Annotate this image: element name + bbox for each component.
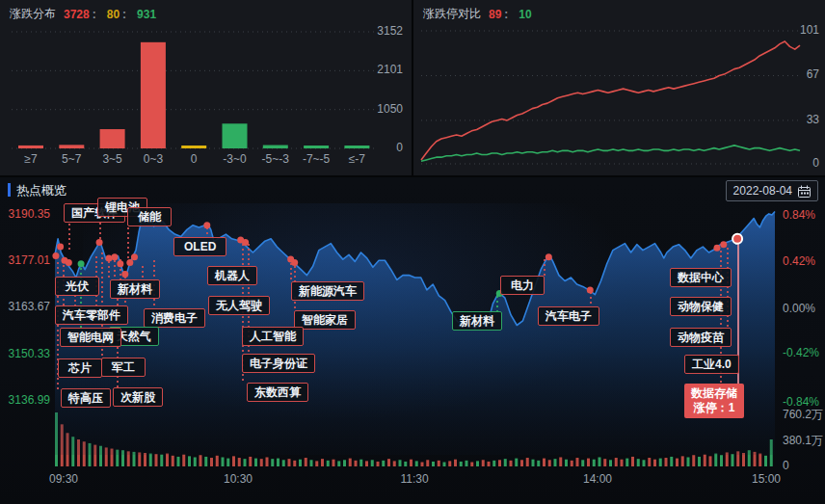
sector-tag[interactable]: 新材料 <box>452 311 502 331</box>
sector-tag[interactable]: 汽车零部件 <box>55 305 128 325</box>
sector-tag[interactable]: 数据中心 <box>670 268 732 287</box>
sector-tag[interactable]: 消费电子 <box>144 308 205 328</box>
sector-tag[interactable]: 汽车电子 <box>538 306 599 326</box>
time-tick: 10:30 <box>215 472 261 486</box>
y-tick: 101 <box>761 23 819 37</box>
y-tick: 33 <box>761 113 819 126</box>
date-picker[interactable]: 2022-08-04 <box>726 180 818 201</box>
pct-tick: -0.42% <box>783 346 825 359</box>
calendar-icon[interactable] <box>798 185 811 198</box>
hotspot-header: 热点概览 2022-08-04 <box>0 177 825 202</box>
x-tick: ≤-7 <box>336 152 377 166</box>
sector-tag[interactable]: 电力 <box>500 276 545 295</box>
date-value: 2022-08-04 <box>733 184 792 198</box>
sector-tag[interactable]: 新能源汽车 <box>291 281 364 301</box>
y-tick: 2101 <box>328 63 403 76</box>
price-tick: 3190.35 <box>0 207 50 221</box>
x-tick: 0~3 <box>133 152 173 166</box>
sector-tag[interactable]: 智能电网 <box>60 328 121 347</box>
sector-tag[interactable]: 光伏 <box>55 277 99 296</box>
pct-tick: 0 <box>783 459 825 472</box>
sector-tag[interactable]: 储能 <box>127 207 172 226</box>
sector-tag[interactable]: 新材料 <box>110 279 160 299</box>
x-tick: 3~5 <box>93 152 133 166</box>
x-tick: 5~7 <box>51 152 92 166</box>
sector-tag[interactable]: 芯片 <box>58 358 102 378</box>
x-tick: ≥7 <box>11 152 51 166</box>
sector-tag[interactable]: 动物保健 <box>670 297 732 316</box>
price-tick: 3136.99 <box>0 393 50 407</box>
x-tick: -5~-3 <box>255 152 296 166</box>
time-tick: 11:30 <box>391 472 438 486</box>
sector-tag[interactable]: OLED <box>173 237 226 256</box>
sector-tag[interactable]: 人工智能 <box>242 327 304 346</box>
y-tick: 3152 <box>328 24 403 38</box>
time-tick: 09:30 <box>40 472 87 486</box>
sector-tag[interactable]: 军工 <box>101 358 146 377</box>
sector-tag[interactable]: 电子身份证 <box>242 354 315 373</box>
pct-tick: 0.42% <box>783 254 825 268</box>
sector-tag[interactable]: 特高压 <box>61 388 111 408</box>
pct-tick: 380.1万 <box>783 433 825 449</box>
y-tick: 67 <box>761 67 819 81</box>
tooltip-limit-count: 涨停：1 <box>691 401 737 415</box>
x-tick: 0 <box>173 152 214 166</box>
limit-up-tooltip: 数据存储涨停：1 <box>684 384 744 418</box>
sector-tag[interactable]: 东数西算 <box>247 383 308 402</box>
sector-tag[interactable]: 动物疫苗 <box>670 328 732 347</box>
x-tick: -3~0 <box>215 152 255 166</box>
sector-tag[interactable]: 工业4.0 <box>684 355 739 374</box>
labels-layer: 3152210110500≥75~73~50~30-3~0-5~-3-7~-5≤… <box>0 0 825 504</box>
pct-tick: 760.2万 <box>783 407 825 423</box>
price-tick: 3163.67 <box>0 300 50 313</box>
tooltip-sector: 数据存储 <box>691 386 737 401</box>
pct-tick: 0.84% <box>783 208 825 222</box>
sector-tag[interactable]: 无人驾驶 <box>208 296 270 315</box>
sector-tag[interactable]: 次新股 <box>113 387 163 407</box>
price-tick: 3150.33 <box>0 347 50 360</box>
time-tick: 15:00 <box>743 472 789 486</box>
hotspot-title: 热点概览 <box>16 182 67 199</box>
y-tick: 1050 <box>328 102 403 116</box>
pct-tick: 0.00% <box>783 302 825 315</box>
accent-bar <box>8 183 11 197</box>
y-tick: 0 <box>761 156 819 170</box>
x-tick: -7~-5 <box>296 152 336 166</box>
sector-tag[interactable]: 机器人 <box>207 266 257 285</box>
price-tick: 3177.01 <box>0 253 50 267</box>
time-tick: 14:00 <box>574 472 621 486</box>
market-dashboard: 涨跌分布 3728 : 80 : 931 涨跌停对比 89 : 10 热点概览 … <box>0 0 825 504</box>
